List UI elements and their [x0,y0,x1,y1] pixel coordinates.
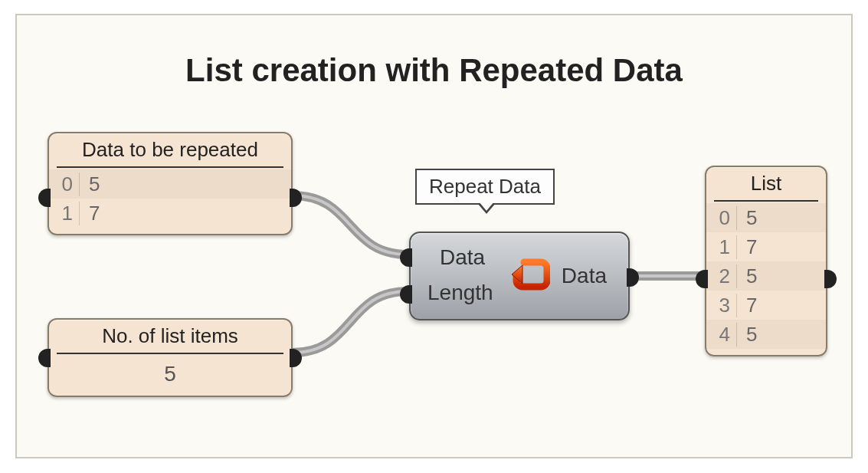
row-value: 5 [80,172,100,196]
row-value: 5 [737,206,757,230]
row-index: 4 [706,323,737,347]
panel-result[interactable]: List 0 5 1 7 2 5 3 7 4 5 [705,166,827,356]
component-repeat-data[interactable]: Data Length Data [409,232,630,320]
table-row: 3 7 [706,291,826,320]
panel-result-body: 0 5 1 7 2 5 3 7 4 5 [706,202,826,355]
table-row: 1 7 [706,232,826,261]
panel-count-header: No. of list items [57,320,283,354]
repeat-icon [509,256,550,293]
panel-count[interactable]: No. of list items 5 [47,318,293,397]
row-index: 2 [706,264,737,288]
panel-result-header: List [714,167,818,202]
component-tooltip: Repeat Data [415,169,555,205]
row-index: 3 [706,294,737,317]
row-value: 7 [737,294,757,317]
row-index: 1 [49,202,80,225]
row-value: 5 [737,264,757,288]
row-index: 0 [706,206,737,230]
panel-count-value: 5 [49,354,291,396]
input-label-length: Length [427,281,493,305]
table-row: 0 5 [49,169,291,199]
panel-data-body: 0 5 1 7 [49,168,291,234]
panel-data-to-repeat[interactable]: Data to be repeated 0 5 1 7 [47,132,293,235]
row-index: 0 [49,172,80,196]
table-row: 1 7 [49,199,291,228]
panel-data-header: Data to be repeated [57,133,283,168]
diagram-canvas: List creation with Repeated Data Data to… [15,14,853,458]
row-value: 7 [737,235,757,259]
table-row: 0 5 [706,203,826,232]
row-value: 7 [80,202,100,225]
table-row: 2 5 [706,261,826,291]
table-row: 4 5 [706,320,826,349]
output-label-data: Data [562,264,607,288]
row-value: 5 [737,323,757,347]
input-label-data: Data [440,245,485,270]
row-index: 1 [706,235,737,259]
